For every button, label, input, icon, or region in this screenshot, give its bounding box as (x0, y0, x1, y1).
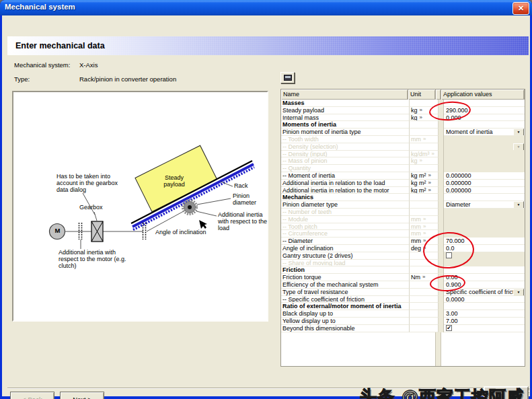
next-button[interactable]: Next > (60, 392, 104, 399)
column-gutter (439, 194, 444, 201)
row-unit (410, 165, 439, 172)
row-value-cell[interactable]: 0.0000 (444, 296, 525, 303)
row-unit: mm» (410, 238, 439, 245)
calculator-icon (284, 75, 292, 81)
checkbox-unchecked[interactable] (446, 252, 452, 258)
row-unit (410, 318, 439, 325)
row-value-cell[interactable]: 0.00 (444, 274, 525, 281)
unit-arrow-icon: » (428, 180, 431, 186)
row-value-cell[interactable]: 0.000 (444, 114, 525, 122)
column-gutter (439, 238, 444, 245)
row-value-cell[interactable]: 0.000000 (444, 187, 525, 194)
value-text: Diameter (446, 201, 471, 208)
unit-arrow-icon: » (423, 223, 426, 230)
title-bar[interactable]: Mechanical system ✕ (0, 0, 532, 15)
column-gutter (439, 289, 444, 296)
value-text: 0.00 (446, 274, 458, 281)
checkbox-checked[interactable]: ✔ (446, 325, 452, 331)
column-header-unit[interactable]: Unit (408, 89, 436, 100)
unit-arrow-icon: » (420, 107, 422, 114)
column-gutter (439, 114, 444, 122)
value-text: 0.000000 (446, 172, 471, 179)
row-label: Mechanics (281, 194, 410, 201)
row-value-cell[interactable]: 290.000 (444, 107, 525, 114)
column-gutter (439, 165, 444, 172)
back-button[interactable]: < Back (10, 392, 54, 399)
value-text: 0.000000 (446, 180, 471, 186)
row-value-cell[interactable]: 0.000000 (444, 172, 525, 180)
column-header-values[interactable]: Application values (441, 89, 525, 100)
row-value-cell[interactable]: Diameter▼ (444, 201, 525, 209)
row-value-cell[interactable]: Moment of inertia▼ (444, 129, 525, 136)
row-value-cell[interactable] (444, 252, 525, 260)
row-value-cell (444, 260, 525, 267)
dropdown-arrow-button[interactable]: ▼ (513, 289, 524, 296)
column-gutter (439, 260, 444, 267)
row-value-cell[interactable]: 0.000000 (444, 180, 525, 187)
row-unit (410, 289, 439, 296)
value-text: 0.900 (446, 281, 461, 288)
table-row: -- Quantity (281, 165, 525, 172)
row-label: Additional inertia in relation to the mo… (281, 187, 410, 194)
row-value-cell (444, 165, 525, 172)
value-text: 3.00 (446, 310, 458, 317)
row-unit (410, 266, 439, 274)
table-row: Additional inertia in relation to the mo… (281, 187, 525, 194)
table-row: -- Circumferencemm» (281, 230, 525, 238)
row-label: Yellow display up to (281, 318, 410, 325)
column-gutter (439, 303, 444, 310)
unit-arrow-icon: » (432, 151, 434, 157)
row-label: -- Tooth pitch (281, 223, 410, 231)
dropdown-arrow-button[interactable]: ▼ (513, 129, 524, 136)
payload-label: Steady payload (153, 174, 195, 188)
dropdown-arrow-button: ▼ (513, 143, 524, 151)
row-value-cell[interactable]: 0.900 (444, 281, 525, 289)
column-gutter (439, 172, 444, 180)
row-label: Ratio of external/motor moment of inerti… (281, 303, 410, 310)
value-text: 290.000 (446, 107, 468, 114)
row-value-cell[interactable]: 7.00 (444, 318, 525, 325)
row-label: Efficiency of the mechanical system (281, 281, 410, 289)
row-unit: kg» (410, 114, 439, 122)
row-label: -- Mass of pinion (281, 157, 410, 165)
row-unit: kg» (410, 107, 439, 114)
row-label: Masses (281, 100, 410, 107)
row-value-cell[interactable]: 70.000 (444, 238, 525, 245)
angle-of-inclination-label: Angle of inclination (155, 229, 206, 235)
row-unit: Nm» (410, 274, 439, 281)
row-value-cell[interactable]: Specific coefficient of friction▼ (444, 289, 525, 296)
row-label: Internal mass (281, 114, 410, 122)
row-unit: kg» (410, 157, 439, 165)
row-label: -- Module (281, 216, 410, 223)
row-value-cell[interactable]: ✔ (444, 325, 525, 332)
row-label: Friction torque (281, 274, 410, 281)
unit-arrow-icon: » (423, 230, 426, 237)
row-value-cell (444, 303, 525, 310)
table-row: -- Tooth pitchmm» (281, 223, 525, 231)
close-button[interactable]: ✕ (512, 2, 529, 15)
row-unit (410, 194, 439, 201)
row-label: Additional inertia in relation to the lo… (281, 180, 410, 187)
column-gutter (439, 209, 444, 216)
row-value-cell[interactable]: 0.0 (444, 245, 525, 252)
header-banner: Enter mechanical data (7, 36, 529, 55)
diagram-panel: Has to be taken into account in the gear… (12, 91, 268, 322)
dropdown-arrow-button[interactable]: ▼ (513, 201, 524, 209)
display-button[interactable] (280, 72, 295, 83)
column-header-gutter (436, 89, 441, 100)
row-unit: mm» (410, 230, 439, 238)
watermark-text: 头条 @西家工控阿威 (360, 386, 524, 399)
gearbox-note: Has to be taken into account in the gear… (56, 173, 126, 193)
row-label: -- Number of teeth (281, 209, 410, 216)
close-icon: ✕ (518, 5, 524, 12)
row-value-cell (444, 194, 525, 201)
unit-arrow-icon: » (420, 157, 422, 164)
row-value-cell[interactable]: 3.00 (444, 310, 525, 318)
pinion-gear-icon (183, 201, 197, 215)
gearbox-icon (91, 221, 103, 242)
row-unit: kg m²» (410, 180, 439, 187)
row-unit (410, 303, 439, 310)
row-label: -- Density (selection) (281, 143, 410, 151)
column-header-name[interactable]: Name (281, 89, 408, 100)
table-row: Beyond this dimensionable✔ (281, 325, 525, 332)
